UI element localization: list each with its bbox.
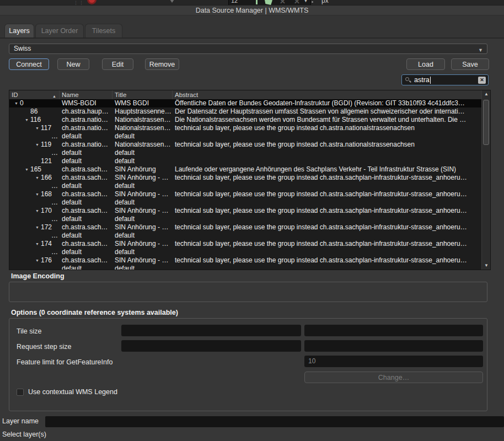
cell-title: default (112, 198, 173, 207)
cell-abstract (173, 132, 481, 141)
vertical-scrollbar[interactable]: ▲ ▼ (481, 90, 490, 270)
cell-name: default (60, 248, 112, 256)
column-header-abstract[interactable]: Abstract (173, 90, 481, 99)
expand-triangle-icon[interactable]: ▼ (34, 223, 41, 232)
table-row[interactable]: ▼ 172 ch.astra.sach… SIN Anhörung - … te… (9, 223, 481, 232)
tab-label: Layers (9, 27, 30, 35)
expand-triangle-icon[interactable]: ▼ (34, 240, 41, 248)
remove-button[interactable]: Remove (145, 58, 179, 70)
id-value: … (51, 182, 58, 190)
scroll-down-icon[interactable]: ▼ (482, 262, 491, 270)
text-caret (430, 77, 431, 84)
unit-label: px (321, 0, 329, 4)
expand-triangle-icon[interactable]: ▼ (34, 207, 41, 215)
contextual-legend-row: Use contextual WMS Legend (17, 388, 117, 396)
expand-triangle-icon[interactable]: ▼ (34, 256, 41, 265)
layer-name-input[interactable] (45, 416, 504, 427)
table-row[interactable]: ▼ 117 ch.astra.natio… Nationalstrassen… … (9, 124, 481, 132)
column-label: ID (12, 92, 18, 98)
cell-id: … (9, 265, 60, 270)
tab-tilesets[interactable]: Tilesets (85, 24, 122, 37)
table-row[interactable]: … default default (9, 198, 481, 207)
background-app-toolbar: ⋮⋮ 12 ▼ px ✕ ✕ (0, 0, 504, 6)
tab-layer-order[interactable]: Layer Order (35, 24, 84, 37)
table-row[interactable]: … default default (9, 132, 481, 141)
table-row[interactable]: … default default (9, 149, 481, 157)
expand-triangle-icon[interactable]: ▼ (34, 141, 41, 149)
cell-title: default (112, 265, 173, 270)
expand-triangle-icon[interactable]: ▼ (34, 174, 41, 182)
table-row[interactable]: ▼ 165 ch.astra.sach… SIN Anhörung Laufen… (9, 165, 481, 174)
column-header-name[interactable]: Name (60, 90, 112, 99)
table-row[interactable]: … default default (9, 215, 481, 223)
table-row[interactable]: … default default (9, 232, 481, 240)
table-row[interactable]: ▼ 116 ch.astra.natio… Nationalstrassen… … (9, 116, 481, 124)
cell-abstract: technical sub layer, please use the grou… (173, 223, 481, 232)
change-crs-button[interactable]: Change… (304, 372, 483, 383)
edit-button[interactable]: Edit (102, 58, 133, 70)
table-row[interactable]: ▼ 0 WMS-BGDI WMS BGDI Öffentliche Daten … (9, 99, 481, 107)
options-label: Options (0 coordinate reference systems … (11, 309, 178, 316)
column-header-id[interactable]: ID ▲ (9, 90, 60, 99)
step-height-input[interactable] (304, 340, 483, 352)
tile-width-input[interactable] (121, 325, 301, 336)
table-row[interactable]: ▼ 176 ch.astra.sach… SIN Anhörung - … te… (9, 256, 481, 265)
expand-triangle-icon[interactable]: ▼ (13, 99, 20, 107)
new-button[interactable]: New (57, 58, 89, 70)
filter-icon (169, 0, 175, 3)
column-header-title[interactable]: Title (112, 90, 173, 99)
table-row[interactable]: 121 default default (9, 157, 481, 165)
cell-abstract: technical sub layer, please use the grou… (173, 256, 481, 265)
cell-title: SIN Anhörung - … (112, 190, 173, 198)
chevron-down-icon: ▼ (478, 46, 483, 55)
table-row[interactable]: … default default (9, 265, 481, 270)
search-input[interactable]: astra ✕ (401, 74, 489, 85)
connection-select[interactable]: Swiss ▼ (9, 44, 487, 54)
tab-layers[interactable]: Layers (4, 24, 34, 37)
tab-bar: Layers Layer Order Tilesets (0, 15, 504, 37)
table-row[interactable]: ▼ 170 ch.astra.sach… SIN Anhörung - … te… (9, 207, 481, 215)
save-button[interactable]: Save (451, 58, 489, 70)
cell-abstract (173, 149, 481, 157)
cell-name: ch.astra.sach… (60, 190, 112, 198)
cell-abstract: technical sub layer, please use the grou… (173, 174, 481, 182)
cell-abstract (173, 198, 481, 207)
id-value: … (51, 248, 58, 256)
contextual-legend-checkbox[interactable] (17, 389, 24, 396)
clear-search-icon[interactable]: ✕ (478, 77, 486, 84)
connect-button[interactable]: Connect (9, 58, 49, 70)
cell-id: … (9, 215, 60, 223)
cell-id: … (9, 149, 60, 157)
cell-name: default (60, 157, 112, 165)
search-icon (405, 77, 411, 83)
load-button[interactable]: Load (406, 58, 445, 70)
cell-abstract: Die Nationalstrassenachsen werden vom Bu… (173, 116, 481, 124)
contextual-legend-label: Use contextual WMS Legend (28, 388, 117, 396)
id-value: … (51, 198, 58, 207)
table-row[interactable]: ▼ 166 ch.astra.sach… SIN Anhörung - … te… (9, 174, 481, 182)
table-row[interactable]: 86 ch.astra.haup… Hauptstrassenne… Der D… (9, 107, 481, 116)
cell-name: default (60, 215, 112, 223)
expand-triangle-icon[interactable]: ▼ (34, 124, 41, 132)
table-row[interactable]: … default default (9, 248, 481, 256)
expand-triangle-icon[interactable]: ▼ (23, 116, 30, 124)
cell-id: ▼ 166 (9, 174, 60, 182)
cell-id: ▼ 0 (9, 99, 60, 107)
table-row[interactable]: ▼ 119 ch.astra.natio… Nationalstrassen… … (9, 141, 481, 149)
tile-height-input[interactable] (304, 325, 483, 336)
table-row[interactable]: ▼ 168 ch.astra.sach… SIN Anhörung - … te… (9, 190, 481, 198)
expand-triangle-icon[interactable]: ▼ (34, 190, 41, 198)
table-row[interactable]: … default default (9, 182, 481, 190)
expand-triangle-icon[interactable]: ▼ (23, 165, 30, 174)
table-row[interactable]: ▼ 174 ch.astra.sach… SIN Anhörung - … te… (9, 240, 481, 248)
scroll-up-icon[interactable]: ▲ (482, 90, 491, 98)
cell-id: … (9, 198, 60, 207)
font-size-value: 12 (231, 0, 238, 4)
step-width-input[interactable] (121, 340, 301, 352)
feature-limit-input[interactable]: 10 (304, 356, 483, 367)
dialog-title: Data Source Manager | WMS/WMTS (0, 6, 504, 15)
scrollbar-thumb[interactable] (483, 100, 489, 145)
cell-id: ▼ 116 (9, 116, 60, 124)
column-label: Name (62, 92, 79, 98)
cell-id: … (9, 132, 60, 141)
